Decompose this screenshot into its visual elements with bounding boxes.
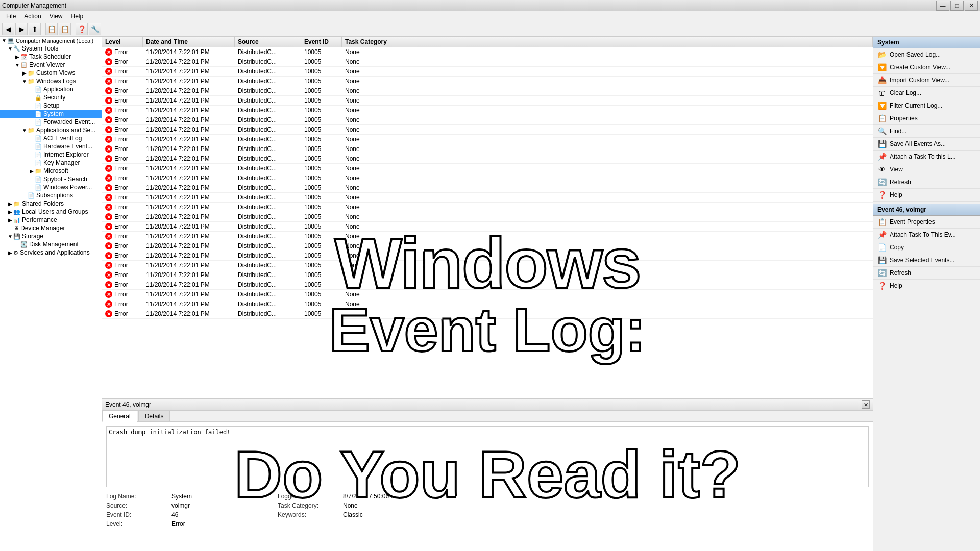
table-row[interactable]: ✕ Error 11/20/2014 7:22:01 PM Distribute…: [102, 144, 873, 154]
table-row[interactable]: ✕ Error 11/20/2014 7:22:01 PM Distribute…: [102, 203, 873, 212]
table-row[interactable]: ✕ Error 11/20/2014 7:22:01 PM Distribute…: [102, 241, 873, 251]
table-row[interactable]: ✕ Error 11/20/2014 7:22:01 PM Distribute…: [102, 106, 873, 115]
col-header-level[interactable]: Level: [102, 37, 143, 47]
sidebar-item-setup[interactable]: 📄 Setup: [0, 102, 102, 110]
sidebar-item-device-manager[interactable]: 🖥 Device Manager: [0, 224, 102, 232]
tab-general[interactable]: General: [102, 411, 137, 422]
action-attach-task-event[interactable]: 📌 Attach Task To This Ev...: [873, 229, 980, 241]
sidebar-item-system[interactable]: 📄 System: [0, 110, 102, 118]
windows-logs-expander[interactable]: ▼: [21, 79, 28, 84]
detail-text-area[interactable]: [106, 426, 869, 487]
action-copy[interactable]: 📄 Copy: [873, 241, 980, 254]
table-row[interactable]: ✕ Error 11/20/2014 7:22:01 PM Distribute…: [102, 309, 873, 319]
local-expander[interactable]: ▶: [7, 209, 13, 215]
col-header-source[interactable]: Source: [235, 37, 301, 47]
table-row[interactable]: ✕ Error 11/20/2014 7:22:01 PM Distribute…: [102, 251, 873, 261]
forward-button[interactable]: ▶: [15, 23, 28, 35]
close-button[interactable]: ✕: [965, 1, 978, 11]
menu-view[interactable]: View: [45, 12, 67, 21]
apps-expander[interactable]: ▼: [21, 128, 28, 133]
sidebar-item-microsoft[interactable]: ▶ 📁 Microsoft: [0, 167, 102, 175]
sidebar-item-performance[interactable]: ▶ 📊 Performance: [0, 216, 102, 224]
sidebar-item-local-users[interactable]: ▶ 👥 Local Users and Groups: [0, 208, 102, 216]
table-row[interactable]: ✕ Error 11/20/2014 7:22:01 PM Distribute…: [102, 115, 873, 125]
action-refresh-event[interactable]: 🔄 Refresh: [873, 267, 980, 280]
menu-help[interactable]: Help: [67, 12, 88, 21]
shared-expander[interactable]: ▶: [7, 201, 13, 207]
col-header-taskcategory[interactable]: Task Category: [342, 37, 873, 47]
table-row[interactable]: ✕ Error 11/20/2014 7:22:01 PM Distribute…: [102, 290, 873, 299]
sidebar-item-apps-services[interactable]: ▼ 📁 Applications and Se...: [0, 126, 102, 134]
perf-expander[interactable]: ▶: [7, 217, 13, 223]
sidebar-item-hardware[interactable]: 📄 Hardware Event...: [0, 142, 102, 151]
action-help-event[interactable]: ❓ Help: [873, 280, 980, 292]
action-import-custom-view[interactable]: 📥 Import Custom View...: [873, 74, 980, 87]
table-row[interactable]: ✕ Error 11/20/2014 7:22:01 PM Distribute…: [102, 135, 873, 144]
sidebar-item-windows-power[interactable]: 📄 Windows Power...: [0, 183, 102, 191]
sidebar-item-shared-folders[interactable]: ▶ 📁 Shared Folders: [0, 199, 102, 208]
up-button[interactable]: ⬆: [29, 23, 41, 35]
action-attach-task[interactable]: 📌 Attach a Task To this L...: [873, 151, 980, 163]
action-create-custom-view[interactable]: 🔽 Create Custom View...: [873, 61, 980, 74]
copy-button-toolbar[interactable]: 📋: [45, 23, 58, 35]
table-row[interactable]: ✕ Error 11/20/2014 7:22:01 PM Distribute…: [102, 47, 873, 57]
maximize-button[interactable]: □: [950, 1, 964, 11]
paste-button-toolbar[interactable]: 📋: [59, 23, 71, 35]
sidebar-item-services-apps[interactable]: ▶ ⚙ Services and Applications: [0, 248, 102, 257]
action-save-selected[interactable]: 💾 Save Selected Events...: [873, 254, 980, 267]
col-header-eventid[interactable]: Event ID: [301, 37, 342, 47]
sidebar-item-spybot[interactable]: 📄 Spybot - Search: [0, 175, 102, 183]
table-row[interactable]: ✕ Error 11/20/2014 7:22:01 PM Distribute…: [102, 154, 873, 164]
storage-expander[interactable]: ▼: [7, 234, 13, 239]
action-help-system[interactable]: ❓ Help: [873, 189, 980, 202]
task-scheduler-expander[interactable]: ▶: [14, 54, 20, 60]
table-row[interactable]: ✕ Error 11/20/2014 7:22:01 PM Distribute…: [102, 183, 873, 193]
system-tools-expander[interactable]: ▼: [7, 46, 13, 52]
table-row[interactable]: ✕ Error 11/20/2014 7:22:01 PM Distribute…: [102, 193, 873, 203]
sidebar-item-storage[interactable]: ▼ 💾 Storage: [0, 232, 102, 240]
sidebar-item-disk-management[interactable]: 💽 Disk Management: [0, 240, 102, 248]
sidebar-item-security[interactable]: 🔒 Security: [0, 93, 102, 102]
sidebar-item-custom-views[interactable]: ▶ 📁 Custom Views: [0, 69, 102, 77]
action-save-all-events[interactable]: 💾 Save All Events As...: [873, 138, 980, 151]
menu-action[interactable]: Action: [20, 12, 45, 21]
table-row[interactable]: ✕ Error 11/20/2014 7:22:01 PM Distribute…: [102, 173, 873, 183]
sidebar-item-subscriptions[interactable]: 📄 Subscriptions: [0, 191, 102, 199]
action-filter-log[interactable]: 🔽 Filter Current Log...: [873, 99, 980, 112]
table-row[interactable]: ✕ Error 11/20/2014 7:22:01 PM Distribute…: [102, 86, 873, 96]
custom-views-expander[interactable]: ▶: [21, 70, 28, 76]
tab-details[interactable]: Details: [138, 411, 170, 421]
table-row[interactable]: ✕ Error 11/20/2014 7:22:01 PM Distribute…: [102, 212, 873, 222]
table-row[interactable]: ✕ Error 11/20/2014 7:22:01 PM Distribute…: [102, 164, 873, 173]
sidebar-item-aceeventlog[interactable]: 📄 ACEEventLog: [0, 134, 102, 142]
sidebar-item-key-manager[interactable]: 📄 Key Manager: [0, 159, 102, 167]
minimize-button[interactable]: —: [936, 1, 949, 11]
sidebar-item-task-scheduler[interactable]: ▶ 📅 Task Scheduler: [0, 53, 102, 61]
sidebar-item-ie[interactable]: 📄 Internet Explorer: [0, 151, 102, 159]
action-event-properties[interactable]: 📋 Event Properties: [873, 216, 980, 229]
table-row[interactable]: ✕ Error 11/20/2014 7:22:01 PM Distribute…: [102, 222, 873, 232]
table-row[interactable]: ✕ Error 11/20/2014 7:22:01 PM Distribute…: [102, 77, 873, 86]
table-row[interactable]: ✕ Error 11/20/2014 7:22:01 PM Distribute…: [102, 270, 873, 280]
help-button-toolbar[interactable]: ❓: [76, 23, 88, 35]
table-row[interactable]: ✕ Error 11/20/2014 7:22:01 PM Distribute…: [102, 125, 873, 135]
table-row[interactable]: ✕ Error 11/20/2014 7:22:01 PM Distribute…: [102, 67, 873, 77]
sidebar-item-event-viewer[interactable]: ▼ 📋 Event Viewer: [0, 61, 102, 69]
sidebar-item-system-tools[interactable]: ▼ 🔧 System Tools: [0, 44, 102, 53]
table-row[interactable]: ✕ Error 11/20/2014 7:22:01 PM Distribute…: [102, 299, 873, 309]
action-refresh-system[interactable]: 🔄 Refresh: [873, 176, 980, 189]
back-button[interactable]: ◀: [2, 23, 14, 35]
menu-file[interactable]: File: [2, 12, 20, 21]
root-expander[interactable]: ▼: [1, 38, 7, 43]
action-find[interactable]: 🔍 Find...: [873, 125, 980, 138]
table-row[interactable]: ✕ Error 11/20/2014 7:22:01 PM Distribute…: [102, 96, 873, 106]
sidebar-item-application[interactable]: 📄 Application: [0, 85, 102, 93]
table-row[interactable]: ✕ Error 11/20/2014 7:22:01 PM Distribute…: [102, 261, 873, 270]
table-row[interactable]: ✕ Error 11/20/2014 7:22:01 PM Distribute…: [102, 280, 873, 290]
detail-close-button[interactable]: ✕: [862, 400, 870, 409]
sidebar-root[interactable]: ▼ 💻 Computer Management (Local): [0, 37, 102, 44]
action-view[interactable]: 👁 View: [873, 163, 980, 176]
col-header-datetime[interactable]: Date and Time: [143, 37, 235, 47]
properties-button-toolbar[interactable]: 🔧: [89, 23, 101, 35]
action-properties[interactable]: 📋 Properties: [873, 112, 980, 125]
